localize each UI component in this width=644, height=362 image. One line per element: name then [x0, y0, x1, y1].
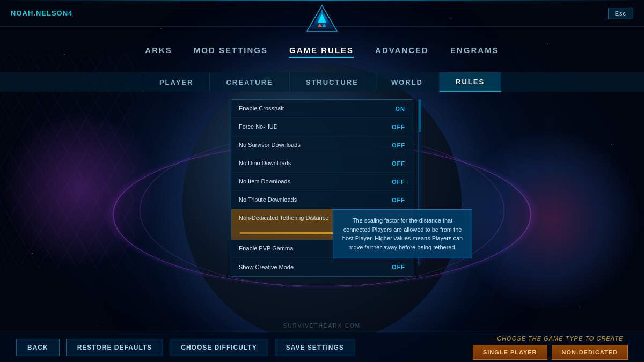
- setting-label: Non-Dedicated Tethering Distance: [239, 214, 328, 221]
- setting-force-no-hud[interactable]: Force No-HUD OFF: [231, 118, 413, 136]
- username: NOAH.NELSON4: [11, 9, 72, 17]
- nav-arks[interactable]: ARKS: [145, 46, 172, 58]
- setting-value: OFF: [392, 142, 405, 149]
- setting-label: No Item Downloads: [239, 178, 290, 185]
- restore-defaults-button[interactable]: RESTORE DEFAULTS: [66, 339, 164, 356]
- setting-enable-crosshair[interactable]: Enable Crosshair ON: [231, 100, 413, 118]
- nav-game-rules[interactable]: GAME RULES: [289, 46, 354, 58]
- footer-url: SURVIVETHEARX.COM: [283, 323, 361, 329]
- setting-value: OFF: [392, 179, 405, 185]
- setting-value: ON: [396, 106, 406, 112]
- ark-logo: [306, 4, 338, 34]
- setting-no-item-downloads[interactable]: No Item Downloads OFF: [231, 173, 413, 191]
- subnav-rules[interactable]: RULES: [440, 72, 501, 92]
- choose-game-type-text: - CHOOSE THE GAME TYPE TO CREATE -: [493, 335, 628, 342]
- main-nav: ARKS MOD SETTINGS GAME RULES ADVANCED EN…: [0, 46, 644, 58]
- header: NOAH.NELSON4 Esc: [0, 0, 644, 27]
- nav-mod-settings[interactable]: MOD SETTINGS: [194, 46, 268, 58]
- back-button[interactable]: BACK: [16, 339, 60, 356]
- tooltip-panel: The scaling factor for the distance that…: [333, 209, 472, 258]
- bottom-left-buttons: BACK RESTORE DEFAULTS CHOOSE DIFFICULTY …: [16, 339, 355, 356]
- setting-no-tribute-downloads[interactable]: No Tribute Downloads OFF: [231, 191, 413, 209]
- setting-show-creative-mode[interactable]: Show Creative Mode OFF: [231, 258, 413, 276]
- setting-value: OFF: [392, 264, 405, 270]
- setting-value: OFF: [392, 160, 405, 167]
- sub-nav: PLAYER CREATURE STRUCTURE WORLD RULES: [0, 72, 644, 92]
- non-dedicated-button[interactable]: NON-DEDICATED: [552, 345, 628, 360]
- setting-no-survivor-downloads[interactable]: No Survivor Downloads OFF: [231, 136, 413, 154]
- setting-label: Show Creative Mode: [239, 263, 294, 271]
- esc-button[interactable]: Esc: [608, 8, 633, 19]
- setting-label: No Survivor Downloads: [239, 141, 301, 149]
- nav-engrams[interactable]: ENGRAMS: [450, 46, 499, 58]
- setting-value: OFF: [392, 124, 405, 130]
- setting-label: Enable Crosshair: [239, 105, 284, 112]
- tooltip-text: The scaling factor for the distance that…: [342, 217, 463, 250]
- setting-label: No Tribute Downloads: [239, 196, 297, 203]
- setting-label: No Dino Downloads: [239, 159, 291, 167]
- setting-label: Enable PVP Gamma: [239, 245, 293, 252]
- glow-right: [456, 127, 644, 314]
- subnav-player[interactable]: PLAYER: [143, 72, 210, 92]
- subnav-world[interactable]: WORLD: [375, 72, 440, 92]
- bottom-bar: BACK RESTORE DEFAULTS CHOOSE DIFFICULTY …: [0, 333, 644, 362]
- setting-value: OFF: [392, 197, 405, 203]
- game-type-buttons: SINGLE PLAYER NON-DEDICATED: [473, 345, 628, 360]
- bottom-right: - CHOOSE THE GAME TYPE TO CREATE - SINGL…: [473, 335, 628, 360]
- setting-no-dino-downloads[interactable]: No Dino Downloads OFF: [231, 154, 413, 173]
- scrollbar-thumb[interactable]: [419, 100, 421, 132]
- choose-difficulty-button[interactable]: CHOOSE DIFFICULTY: [170, 339, 268, 356]
- subnav-creature[interactable]: CREATURE: [210, 72, 289, 92]
- single-player-button[interactable]: SINGLE PLAYER: [473, 345, 547, 360]
- save-settings-button[interactable]: SAVE SETTINGS: [275, 339, 355, 356]
- subnav-structure[interactable]: STRUCTURE: [290, 72, 375, 92]
- setting-label: Force No-HUD: [239, 123, 278, 130]
- nav-advanced[interactable]: ADVANCED: [375, 46, 429, 58]
